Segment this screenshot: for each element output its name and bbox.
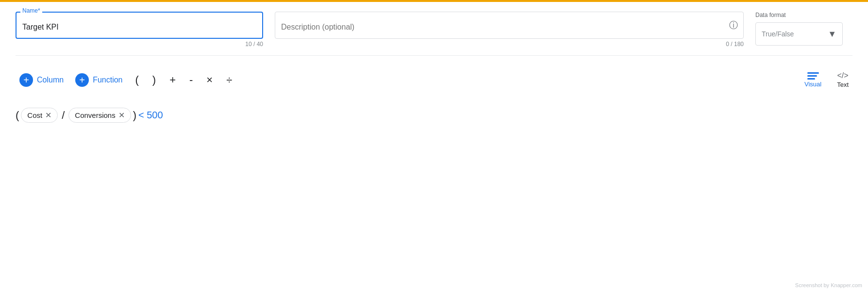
visual-lines-icon — [807, 72, 819, 80]
function-plus-icon: + — [75, 73, 89, 87]
main-container: Name* 10 / 40 ⓘ 0 / 180 Data format True… — [0, 2, 868, 127]
divider-1 — [16, 55, 852, 56]
view-toggle: Visual </> Text — [801, 69, 852, 90]
add-column-button[interactable]: + Column — [16, 71, 67, 89]
name-label: Name* — [20, 7, 42, 14]
multiply-button[interactable]: × — [201, 72, 217, 88]
cost-chip-label: Cost — [27, 111, 42, 119]
data-format-label: Data format — [755, 12, 852, 18]
data-format-value: True/False — [762, 30, 794, 38]
desc-char-count: 0 / 180 — [275, 41, 744, 48]
name-input-wrapper: Name* — [16, 12, 263, 39]
form-row1: Name* 10 / 40 ⓘ 0 / 180 Data format True… — [16, 12, 852, 48]
cost-chip-close[interactable]: ✕ — [45, 112, 51, 119]
minus-button[interactable]: - — [184, 72, 198, 88]
desc-input[interactable] — [275, 12, 744, 39]
formula-condition: < 500 — [138, 110, 163, 121]
formula-divide-op: / — [62, 109, 65, 122]
name-field-group: Name* 10 / 40 — [16, 12, 263, 48]
data-format-group: Data format True/False ▼ — [755, 12, 852, 46]
divide-button[interactable]: ÷ — [221, 72, 237, 88]
add-function-button[interactable]: + Function — [71, 71, 126, 89]
column-plus-icon: + — [19, 73, 33, 87]
desc-input-wrapper: ⓘ — [275, 12, 744, 39]
conversions-chip: Conversions ✕ — [68, 108, 131, 123]
plus-button[interactable]: + — [165, 72, 181, 88]
visual-view-button[interactable]: Visual — [801, 70, 825, 90]
name-char-count: 10 / 40 — [16, 41, 263, 48]
column-label: Column — [37, 76, 64, 84]
conversions-chip-close[interactable]: ✕ — [118, 112, 125, 119]
dropdown-arrow-icon: ▼ — [828, 29, 836, 39]
data-format-select[interactable]: True/False ▼ — [755, 22, 843, 46]
formula-row: ( Cost ✕ / Conversions ✕ ) < 500 — [16, 96, 852, 127]
function-label: Function — [93, 76, 122, 84]
text-view-button[interactable]: </> Text — [833, 69, 852, 90]
paren-open-button[interactable]: ( — [131, 72, 144, 88]
formula-paren-close: ) — [133, 109, 136, 122]
code-icon: </> — [837, 71, 849, 80]
desc-field-group: ⓘ 0 / 180 — [275, 12, 744, 48]
name-input[interactable] — [16, 12, 263, 39]
paren-close-button[interactable]: ) — [148, 72, 161, 88]
text-label: Text — [837, 81, 849, 88]
visual-label: Visual — [804, 81, 821, 88]
formula-paren-open: ( — [16, 109, 19, 122]
help-icon: ⓘ — [729, 19, 738, 31]
conversions-chip-label: Conversions — [75, 111, 115, 119]
formula-toolbar: + Column + Function ( ) + - × ÷ Visual < — [16, 64, 852, 96]
cost-chip: Cost ✕ — [21, 108, 58, 123]
